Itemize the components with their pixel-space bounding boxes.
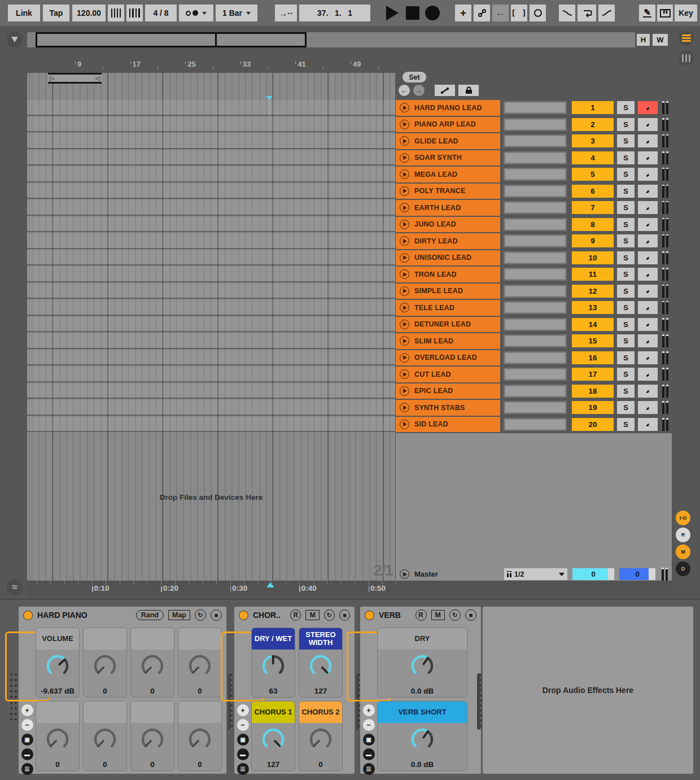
track-name-cell[interactable]: SLIM LEAD bbox=[396, 333, 500, 349]
bar-number[interactable]: 25 bbox=[185, 60, 195, 68]
follow-button[interactable]: →·· bbox=[275, 5, 297, 21]
track-row[interactable]: MEGA LEAD 5 S ◑ bbox=[396, 167, 672, 182]
track-row[interactable]: SOAR SYNTH 4 S ◑ bbox=[396, 150, 672, 166]
track-name-cell[interactable]: UNISONIC LEAD bbox=[396, 250, 500, 266]
device-verb[interactable]: VERB R M ↻ ■ + − ▣ ▬ ☰ DRY 0.0 d bbox=[360, 607, 481, 774]
macro-control[interactable]: 0 bbox=[178, 701, 222, 771]
hot-swap-icon[interactable]: ↻ bbox=[324, 609, 335, 621]
track-name-cell[interactable]: DETUNER LEAD bbox=[396, 317, 500, 333]
track-play-icon[interactable] bbox=[400, 303, 409, 312]
macro-list-icon[interactable]: ☰ bbox=[21, 763, 33, 775]
bar-number[interactable]: 9 bbox=[75, 60, 81, 68]
track-name-cell[interactable]: SYNTH STABS bbox=[396, 400, 500, 416]
track-name-cell[interactable]: EPIC LEAD bbox=[396, 384, 500, 399]
track-number-button[interactable]: 11 bbox=[572, 268, 614, 281]
track-solo-button[interactable]: S bbox=[617, 418, 635, 431]
track-play-icon[interactable] bbox=[400, 403, 409, 412]
track-lane[interactable] bbox=[27, 217, 395, 233]
track-play-icon[interactable] bbox=[400, 220, 409, 229]
hot-swap-icon[interactable]: ↻ bbox=[449, 609, 461, 621]
track-row[interactable]: POLY TRANCE 6 S ◑ bbox=[396, 184, 672, 199]
macro-value[interactable]: 0 bbox=[36, 760, 79, 769]
session-record-button[interactable] bbox=[530, 5, 546, 21]
section-toggle-r[interactable]: R bbox=[676, 528, 690, 542]
track-number-button[interactable]: 20 bbox=[572, 418, 614, 431]
track-row[interactable]: SIMPLE LEAD 12 S ◑ bbox=[396, 284, 672, 299]
track-lane[interactable] bbox=[27, 317, 395, 333]
track-play-icon[interactable] bbox=[400, 169, 409, 179]
track-arm-button[interactable]: ◑ bbox=[638, 134, 658, 147]
section-toggle-m[interactable]: M bbox=[676, 544, 690, 559]
master-pan-field[interactable]: 0 bbox=[572, 568, 614, 580]
device-hard-piano[interactable]: HARD PIANO Rand Map ↻ ■ + − ▣ ▬ ☰ VOLUME bbox=[19, 607, 226, 774]
master-track-row[interactable]: Master 1/2 0 0 bbox=[396, 568, 672, 581]
draw-mode-button[interactable]: ✎ bbox=[639, 5, 655, 21]
track-name-cell[interactable]: OVERLOAD LEAD bbox=[396, 350, 500, 366]
play-button[interactable] bbox=[383, 5, 402, 21]
device-activator[interactable] bbox=[23, 611, 33, 620]
width-zoom-button[interactable]: W bbox=[653, 34, 668, 46]
bar-number[interactable]: 41 bbox=[295, 60, 305, 68]
track-lane[interactable] bbox=[27, 167, 395, 182]
loop-button[interactable] bbox=[578, 5, 596, 21]
track-name-cell[interactable]: SID LEAD bbox=[396, 417, 500, 433]
track-solo-button[interactable]: S bbox=[617, 101, 635, 114]
add-macro-icon[interactable]: + bbox=[237, 704, 249, 716]
track-solo-button[interactable]: S bbox=[617, 368, 635, 381]
track-row[interactable]: GLIDE LEAD 3 S ◑ bbox=[396, 133, 672, 149]
track-solo-button[interactable]: S bbox=[617, 334, 635, 347]
track-play-icon[interactable] bbox=[400, 420, 409, 429]
track-solo-button[interactable]: S bbox=[617, 401, 635, 414]
record-button[interactable] bbox=[423, 5, 441, 21]
track-number-button[interactable]: 4 bbox=[572, 151, 614, 164]
track-play-icon[interactable] bbox=[400, 253, 409, 263]
track-play-icon[interactable] bbox=[400, 236, 409, 246]
track-arm-button[interactable]: ◑ bbox=[638, 151, 658, 164]
re-enable-automation-button[interactable]: ← bbox=[492, 5, 509, 21]
macro-variation-icon[interactable]: ▬ bbox=[237, 748, 249, 760]
track-name-cell[interactable]: SIMPLE LEAD bbox=[396, 284, 500, 299]
track-solo-button[interactable]: S bbox=[617, 301, 635, 314]
macro-control[interactable]: 0 bbox=[83, 701, 127, 771]
add-macro-icon[interactable]: + bbox=[363, 704, 375, 716]
track-name-cell[interactable]: SOAR SYNTH bbox=[396, 150, 500, 166]
bar-ruler[interactable]: 91725334149 bbox=[27, 58, 395, 73]
macro-value[interactable]: -9.637 dB bbox=[36, 687, 79, 695]
track-solo-button[interactable]: S bbox=[617, 268, 635, 281]
macro-control[interactable]: DRY / WET 63 bbox=[251, 628, 295, 698]
track-lane[interactable] bbox=[27, 100, 395, 116]
track-name-cell[interactable]: PIANO ARP LEAD bbox=[396, 117, 500, 133]
track-solo-button[interactable]: S bbox=[617, 168, 635, 181]
track-arm-button[interactable]: ◑ bbox=[638, 201, 658, 214]
track-arm-button[interactable]: ◑ bbox=[638, 218, 658, 231]
track-solo-button[interactable]: S bbox=[617, 318, 635, 331]
track-row[interactable]: HARD PIANO LEAD 1 S ◑ bbox=[396, 100, 672, 116]
track-number-button[interactable]: 18 bbox=[572, 385, 614, 398]
macro-control[interactable]: 0 bbox=[178, 628, 222, 698]
track-number-button[interactable]: 7 bbox=[572, 201, 614, 214]
track-number-button[interactable]: 3 bbox=[572, 134, 614, 147]
macro-value[interactable]: 0 bbox=[299, 760, 342, 769]
arrangement-grid[interactable]: ▷◁ Drop Files and Devices Here 2/1 bbox=[27, 73, 395, 581]
tempo-field[interactable]: 120.00 bbox=[72, 5, 106, 21]
automation-arm-button[interactable] bbox=[474, 5, 490, 21]
section-toggle-i-o[interactable]: I-O bbox=[676, 511, 690, 525]
track-lane[interactable] bbox=[27, 384, 395, 399]
punch-in-button[interactable] bbox=[559, 5, 575, 21]
remove-macro-icon[interactable]: − bbox=[237, 719, 249, 731]
arrangement-overview[interactable] bbox=[27, 32, 635, 47]
track-number-button[interactable]: 16 bbox=[572, 351, 614, 364]
time-ruler[interactable]: 0:100:200:300:400:50 bbox=[27, 581, 672, 596]
track-play-icon[interactable] bbox=[400, 186, 409, 196]
hot-swap-icon[interactable]: ↻ bbox=[195, 609, 206, 621]
time-signature-field[interactable]: 4 / 8 bbox=[145, 5, 177, 21]
macro-control[interactable]: 0 bbox=[36, 701, 80, 771]
track-number-button[interactable]: 8 bbox=[572, 218, 614, 231]
macro-control[interactable]: DRY 0.0 dB bbox=[377, 628, 467, 698]
track-row[interactable]: UNISONIC LEAD 10 S ◑ bbox=[396, 250, 672, 266]
track-name-cell[interactable]: MEGA LEAD bbox=[396, 167, 500, 182]
next-marker-button[interactable]: → bbox=[413, 85, 425, 96]
map-button[interactable]: Map bbox=[168, 610, 190, 620]
track-lane[interactable] bbox=[27, 117, 395, 133]
macro-snapshot-icon[interactable]: ▣ bbox=[237, 734, 249, 746]
